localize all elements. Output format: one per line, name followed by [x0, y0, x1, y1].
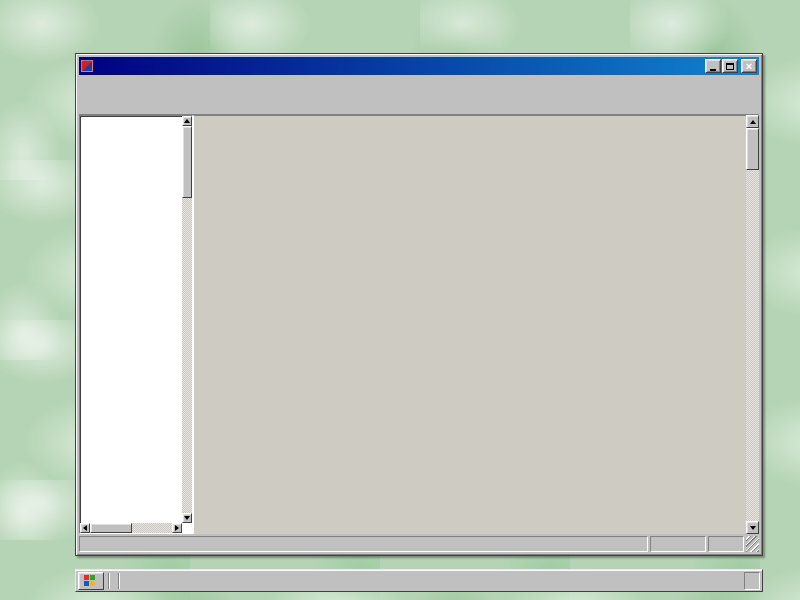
app-icon	[81, 60, 93, 72]
tree-scrollbar-track[interactable]	[182, 126, 192, 513]
tree-scroll-right-button[interactable]	[172, 523, 182, 533]
form-scrollbar-track[interactable]	[746, 128, 759, 521]
arrow-down-icon	[750, 526, 756, 533]
config-tree	[82, 118, 181, 522]
arrow-up-icon	[184, 116, 190, 123]
configuration-form-panel	[193, 115, 746, 534]
tree-hscrollbar-thumb[interactable]	[90, 523, 132, 533]
tree-scroll-up-button[interactable]	[182, 116, 192, 126]
navigation-tree-panel	[79, 115, 193, 534]
menu-bar	[79, 75, 759, 92]
tree-hscrollbar-track[interactable]	[90, 523, 172, 533]
close-button[interactable]: ×	[741, 59, 757, 73]
start-button[interactable]	[78, 572, 104, 590]
status-message	[79, 536, 648, 552]
tree-scrollbar-thumb[interactable]	[182, 126, 192, 198]
tree-vertical-scrollbar[interactable]	[182, 116, 192, 523]
arrow-right-icon	[175, 525, 182, 531]
status-panel-blank	[650, 536, 706, 552]
arrow-left-icon	[80, 525, 87, 531]
tree-horizontal-scrollbar[interactable]	[80, 523, 182, 533]
form-scrollbar-thumb[interactable]	[746, 128, 759, 170]
maximize-button[interactable]	[722, 59, 738, 73]
form-scroll-up-button[interactable]	[746, 115, 759, 128]
minimize-button[interactable]	[705, 59, 721, 73]
form-vertical-scrollbar[interactable]	[746, 115, 759, 534]
tree-scroll-left-button[interactable]	[80, 523, 90, 533]
app-window: ×	[75, 53, 763, 556]
toolbar	[79, 92, 759, 115]
taskbar	[75, 569, 763, 592]
taskbar-separator	[118, 573, 120, 589]
taskbar-separator	[108, 573, 110, 589]
arrow-up-icon	[750, 117, 756, 124]
arrow-down-icon	[184, 516, 190, 523]
maximize-icon	[726, 63, 734, 70]
system-tray	[744, 572, 760, 590]
close-icon: ×	[746, 61, 752, 71]
title-bar[interactable]: ×	[79, 57, 759, 75]
minimize-icon	[710, 69, 716, 71]
form-scroll-down-button[interactable]	[746, 521, 759, 534]
resize-grip[interactable]	[746, 536, 759, 552]
tree-scroll-down-button[interactable]	[182, 513, 192, 523]
window-content	[79, 115, 759, 534]
windows-logo-icon	[84, 575, 95, 586]
status-num-lock	[708, 536, 744, 552]
status-bar	[79, 534, 759, 552]
